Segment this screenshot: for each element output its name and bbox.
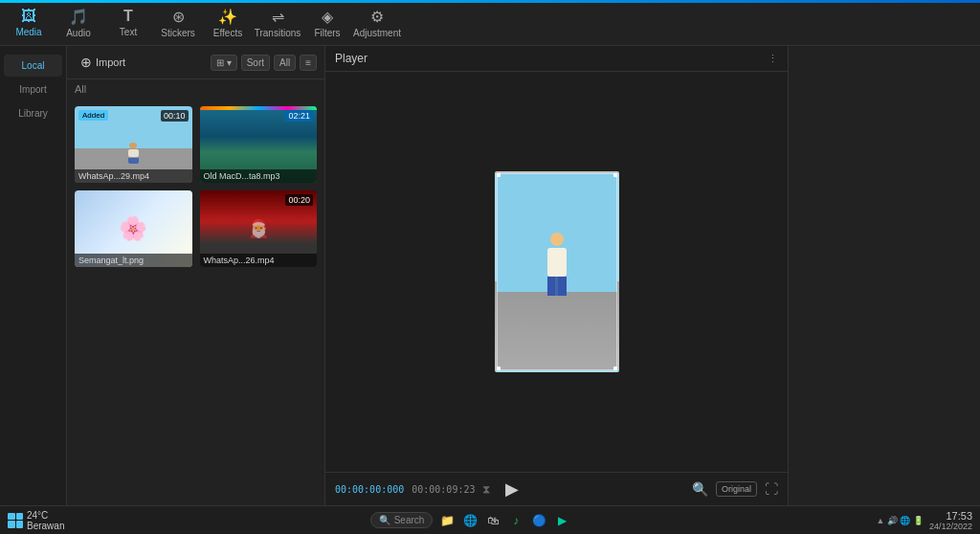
- left-leg: [547, 277, 556, 296]
- nav-effects[interactable]: ✨ Effects: [203, 0, 253, 46]
- nav-audio-label: Audio: [66, 28, 91, 38]
- filters-icon: ◈: [322, 8, 333, 26]
- nav-transitions-label: Transitions: [255, 28, 301, 38]
- current-time: 00:00:00:000: [335, 484, 404, 495]
- nav-transitions[interactable]: ⇌ Transitions: [253, 0, 302, 46]
- taskbar-left: 24°C Berawan: [8, 510, 64, 531]
- media-top-bar: ⊕ Import ⊞ ▾ Sort All ≡: [67, 46, 324, 79]
- nav-filters-label: Filters: [314, 28, 340, 38]
- filename-4: WhatsAp...26.mp4: [200, 254, 318, 267]
- sidebar-tabs: Local Import Library: [0, 46, 67, 505]
- view-toggle-button[interactable]: ⊞ ▾: [211, 55, 237, 71]
- player-header: Player ⋮: [325, 46, 788, 72]
- clock-time: 17:53: [929, 510, 972, 522]
- adjustment-icon: ⚙: [370, 8, 384, 26]
- filter-extra-button[interactable]: ≡: [300, 55, 317, 71]
- media-icon: 🖼: [21, 8, 36, 25]
- taskbar-chrome[interactable]: 🔵: [530, 512, 547, 529]
- original-badge[interactable]: Original: [716, 481, 757, 497]
- windows-button[interactable]: [8, 513, 23, 528]
- transitions-icon: ⇌: [272, 8, 284, 26]
- sidebar-tab-local[interactable]: Local: [4, 55, 62, 77]
- search-icon: 🔍: [379, 515, 390, 525]
- search-bar[interactable]: 🔍 Search: [370, 512, 434, 528]
- nav-media-label: Media: [15, 27, 41, 37]
- media-item-1[interactable]: Added 00:10 WhatsAp...29.mp4: [75, 106, 192, 183]
- system-icons: ▲ 🔊 🌐 🔋: [877, 516, 924, 525]
- total-time: 00:00:09:23: [412, 484, 475, 495]
- taskbar-store[interactable]: 🛍: [484, 512, 501, 529]
- media-item-2[interactable]: 02:21 Old MacD...ta8.mp3: [200, 106, 318, 183]
- player-area: [325, 72, 788, 472]
- import-button[interactable]: ⊕ Import: [75, 52, 131, 73]
- nav-stickers-label: Stickers: [161, 28, 195, 38]
- media-content: ⊕ Import ⊞ ▾ Sort All ≡ All: [67, 46, 324, 505]
- nav-text[interactable]: T Text: [103, 0, 153, 46]
- taskbar-clock: 17:53 24/12/2022: [929, 510, 972, 531]
- left-content-area: Local Import Library ⊕ Import ⊞ ▾: [0, 46, 324, 505]
- taskbar-weather: 24°C Berawan: [27, 510, 64, 531]
- taskbar-browser[interactable]: 🌐: [461, 512, 479, 529]
- nav-text-label: Text: [120, 27, 137, 37]
- nav-adjustment[interactable]: ⚙ Adjustment: [352, 0, 402, 46]
- clock-date: 24/12/2022: [929, 522, 972, 531]
- duration-4: 00:20: [285, 194, 313, 206]
- sidebar-tab-import[interactable]: Import: [4, 78, 62, 100]
- all-label: All: [67, 79, 324, 99]
- duration-1: 00:10: [161, 110, 189, 122]
- nav-stickers[interactable]: ⊛ Stickers: [153, 0, 203, 46]
- stickers-icon: ⊛: [172, 8, 185, 26]
- sidebar-tab-library[interactable]: Library: [4, 102, 62, 124]
- head: [550, 233, 564, 246]
- taskbar: 24°C Berawan 🔍 Search 📁 🌐 🛍 ♪ 🔵 ▶ ▲ 🔊 🌐 …: [0, 505, 980, 534]
- audio-icon: 🎵: [69, 8, 88, 26]
- dot-icon: ⊕: [80, 55, 92, 70]
- media-item-3[interactable]: 🌸 Semangat_lt.png: [75, 190, 192, 267]
- player-controls: 00:00:00:000 00:00:09:23 ⧗ ▶ 🔍 Original …: [325, 472, 788, 505]
- video-person: [547, 233, 567, 296]
- accent-bar: [0, 0, 980, 3]
- taskbar-center: 🔍 Search 📁 🌐 🛍 ♪ 🔵 ▶: [64, 512, 876, 529]
- filename-2: Old MacD...ta8.mp3: [200, 169, 318, 183]
- duration-2: 02:21: [285, 110, 313, 122]
- body: [547, 248, 567, 277]
- top-navigation: 🖼 Media 🎵 Audio T Text ⊛ Stickers ✨ Effe…: [0, 0, 980, 46]
- player-title: Player: [335, 52, 368, 65]
- taskbar-spotify[interactable]: ♪: [507, 512, 524, 529]
- nav-audio[interactable]: 🎵 Audio: [54, 0, 103, 46]
- time-separator-icon: ⧗: [482, 482, 490, 496]
- media-grid: Added 00:10 WhatsAp...29.mp4 02:21 Old M…: [67, 99, 324, 275]
- nav-adjustment-label: Adjustment: [353, 28, 401, 38]
- filename-1: WhatsAp...29.mp4: [75, 169, 192, 183]
- text-icon: T: [123, 8, 133, 25]
- player-panel: Player ⋮: [325, 46, 789, 505]
- play-button[interactable]: ▶: [498, 478, 526, 500]
- nav-filters[interactable]: ◈ Filters: [302, 0, 352, 46]
- main-layout: Local Import Library ⊕ Import ⊞ ▾: [0, 46, 980, 505]
- legs-1: [128, 158, 139, 164]
- head-1: [129, 143, 137, 148]
- right-leg: [558, 277, 567, 296]
- body-1: [128, 149, 139, 158]
- media-item-4[interactable]: 🎅 00:20 WhatsAp...26.mp4: [200, 190, 318, 267]
- zoom-icon[interactable]: 🔍: [692, 481, 708, 497]
- left-panel: Local Import Library ⊕ Import ⊞ ▾: [0, 46, 325, 505]
- effects-icon: ✨: [218, 8, 237, 26]
- player-menu-icon[interactable]: ⋮: [768, 53, 778, 65]
- player-right-controls: 🔍 Original ⛶: [692, 481, 778, 497]
- sort-button[interactable]: Sort: [241, 55, 270, 71]
- filter-button[interactable]: All: [274, 55, 296, 71]
- taskbar-file-explorer[interactable]: 📁: [438, 512, 456, 529]
- fullscreen-button[interactable]: ⛶: [765, 481, 778, 497]
- sort-controls: ⊞ ▾ Sort All ≡: [211, 55, 317, 71]
- taskbar-editor[interactable]: ▶: [553, 512, 570, 529]
- taskbar-right: ▲ 🔊 🌐 🔋 17:53 24/12/2022: [877, 510, 972, 531]
- filename-3: Semangat_lt.png: [75, 254, 192, 267]
- person-figure-1: [127, 143, 139, 164]
- nav-effects-label: Effects: [213, 28, 242, 38]
- added-badge: Added: [78, 110, 108, 121]
- nav-media[interactable]: 🖼 Media: [4, 0, 54, 46]
- right-panel: [789, 46, 980, 505]
- legs: [547, 277, 567, 296]
- video-preview: [495, 171, 619, 372]
